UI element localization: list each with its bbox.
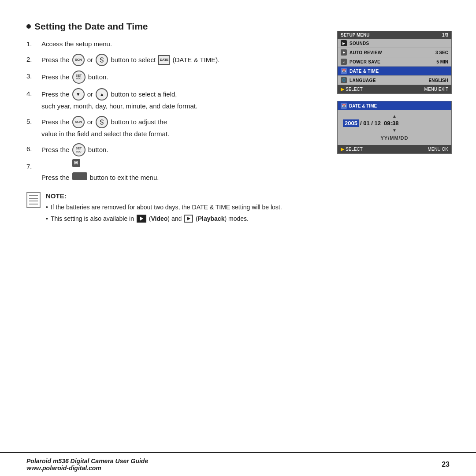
step-2: 2. Press the SCN or button to select DAT… xyxy=(26,54,291,67)
step-2-text: Press the SCN or button to select DATE (… xyxy=(41,54,219,67)
step-3-num: 3. xyxy=(26,71,38,82)
datetime-select-label: SELECT xyxy=(346,147,363,152)
section-title: Setting the Date and Time xyxy=(26,21,450,32)
step-6-text: Press the SETADJ button. xyxy=(41,144,108,157)
date-time-icon: DATE xyxy=(158,55,170,65)
language-label: LANGUAGE xyxy=(350,78,426,83)
step-7-text: Press the M button to exit the menu. xyxy=(41,161,159,183)
footer-left: Polaroid m536 Digital Camera User Guide … xyxy=(26,457,148,472)
video-mode-icon xyxy=(137,215,146,223)
auto-review-value: 3 SEC xyxy=(435,50,448,55)
instructions: 1. Access the setup menu. 2. Press the S… xyxy=(26,39,291,183)
step-1: 1. Access the setup menu. xyxy=(26,39,291,50)
footer-url: www.polaroid-digital.com xyxy=(26,465,148,472)
date-time-row: 📅 DATE & TIME xyxy=(338,67,451,76)
sounds-icon: ▶ xyxy=(341,40,347,46)
sounds-label: SOUNDS xyxy=(350,41,446,46)
step-7: 7. Press the M button to exit the menu. xyxy=(26,161,291,183)
exit-label: MENU EXIT xyxy=(424,87,448,92)
setup-menu-page: 1/3 xyxy=(442,33,448,37)
date-time-row-icon: 📅 xyxy=(341,68,347,74)
set-adj-button-2-icon: SETADJ xyxy=(72,143,86,156)
footer-page-number: 23 xyxy=(442,461,450,469)
auto-review-icon: ▶ xyxy=(341,49,347,56)
datetime-footer: ▶ SELECT MENU OK xyxy=(338,145,451,153)
step-6: 6. Press the SETADJ button. xyxy=(26,144,291,157)
page: Setting the Date and Time 1. Access the … xyxy=(0,0,476,476)
setup-menu-title: SETUP MENU xyxy=(341,33,369,37)
date-time-row-label: DATE & TIME xyxy=(350,69,446,74)
footer-exit: MENU EXIT xyxy=(424,86,448,92)
datetime-header: 📅 DATE & TIME xyxy=(338,101,451,110)
step-6-num: 6. xyxy=(26,144,38,155)
note-icon xyxy=(26,192,41,208)
step-3-text: Press the SETADJ button. xyxy=(41,71,108,84)
step-5-text: Press the SCN or button to adjust the va… xyxy=(41,116,169,140)
step-4: 4. Press the ▾ or ▴ button to select a f… xyxy=(26,89,291,112)
step-2-num: 2. xyxy=(26,54,38,65)
footer-title: Polaroid m536 Digital Camera User Guide xyxy=(26,457,148,465)
note-content: NOTE: If the batteries are removed for a… xyxy=(46,192,309,226)
setup-menu-header: SETUP MENU 1/3 xyxy=(338,31,451,39)
page-footer: Polaroid m536 Digital Camera User Guide … xyxy=(0,452,476,476)
datetime-rest: / 01 / 12 09:38 xyxy=(360,120,398,126)
playback-mode-icon xyxy=(184,215,193,223)
note-section: NOTE: If the batteries are removed for a… xyxy=(26,192,309,226)
title-text: Setting the Date and Time xyxy=(34,21,148,32)
auto-review-label: AUTO REVIEW xyxy=(350,50,433,55)
bullet-icon xyxy=(26,24,31,29)
step-7-num: 7. xyxy=(26,161,38,172)
step-4-num: 4. xyxy=(26,89,38,100)
m-label-icon: M xyxy=(72,159,80,167)
auto-review-row: ▶ AUTO REVIEW 3 SEC xyxy=(338,48,451,57)
step-4-text: Press the ▾ or ▴ button to select a fiel… xyxy=(41,89,197,112)
note-title: NOTE: xyxy=(46,192,309,200)
setup-menu-screen: SETUP MENU 1/3 ▶ SOUNDS ▶ AUTO REVIEW 3 … xyxy=(337,31,452,94)
step-5-num: 5. xyxy=(26,116,38,127)
note-bullets: If the batteries are removed for about t… xyxy=(46,202,309,224)
s-button-icon xyxy=(96,54,108,66)
setup-menu-footer: ▶ SELECT MENU EXIT xyxy=(338,85,451,93)
scn-button-2-icon: SCN xyxy=(72,116,85,128)
s-button-2-icon xyxy=(96,116,108,128)
datetime-screen: 📅 DATE & TIME ▲ 2005 / 01 / 12 09:38 ▼ Y… xyxy=(337,101,452,154)
note-bullet-2-text: This setting is also available in (Video… xyxy=(51,214,249,223)
select-arrow-icon: ▶ xyxy=(341,86,344,92)
down-button-icon: ▾ xyxy=(72,88,85,100)
power-save-value: 5 MIN xyxy=(436,60,448,64)
datetime-footer-ok: MENU OK xyxy=(428,146,448,152)
datetime-select-arrow-icon: ▶ xyxy=(341,146,344,152)
set-adj-button-icon: SETADJ xyxy=(72,71,86,84)
datetime-body: ▲ 2005 / 01 / 12 09:38 ▼ YY/MM/DD xyxy=(338,110,451,145)
select-label: SELECT xyxy=(346,87,363,92)
step-5: 5. Press the SCN or button to adjust the… xyxy=(26,116,291,140)
datetime-value-row: 2005 / 01 / 12 09:38 xyxy=(343,119,446,127)
step-3: 3. Press the SETADJ button. xyxy=(26,71,291,84)
right-panel: SETUP MENU 1/3 ▶ SOUNDS ▶ AUTO REVIEW 3 … xyxy=(337,31,452,154)
power-save-row: Z POWER SAVE 5 MIN xyxy=(338,57,451,67)
datetime-arrow-up-icon: ▲ xyxy=(343,114,446,119)
datetime-footer-select: ▶ SELECT xyxy=(341,146,363,152)
power-save-icon: Z xyxy=(341,59,347,65)
power-save-label: POWER SAVE xyxy=(350,60,434,64)
datetime-header-title: DATE & TIME xyxy=(349,104,377,108)
datetime-header-icon: 📅 xyxy=(341,103,347,109)
scn-button-icon: SCN xyxy=(72,54,85,66)
up-button-icon: ▴ xyxy=(96,88,108,100)
note-bullet-1-text: If the batteries are removed for about t… xyxy=(51,202,282,212)
language-value: ENGLISH xyxy=(429,78,448,83)
footer-select: ▶ SELECT xyxy=(341,86,363,92)
datetime-arrow-down-icon: ▼ xyxy=(343,128,446,133)
step-1-num: 1. xyxy=(26,39,38,50)
sounds-row: ▶ SOUNDS xyxy=(338,39,451,48)
note-bullet-2: This setting is also available in (Video… xyxy=(46,214,309,223)
menu-button-icon xyxy=(72,172,87,180)
datetime-format-label: YY/MM/DD xyxy=(343,135,446,141)
datetime-ok-label: MENU OK xyxy=(428,147,448,152)
note-bullet-1: If the batteries are removed for about t… xyxy=(46,202,309,212)
step-1-text: Access the setup menu. xyxy=(41,39,112,50)
language-icon: 🌐 xyxy=(341,77,347,83)
language-row: 🌐 LANGUAGE ENGLISH xyxy=(338,76,451,85)
datetime-year-highlight: 2005 xyxy=(343,119,359,127)
